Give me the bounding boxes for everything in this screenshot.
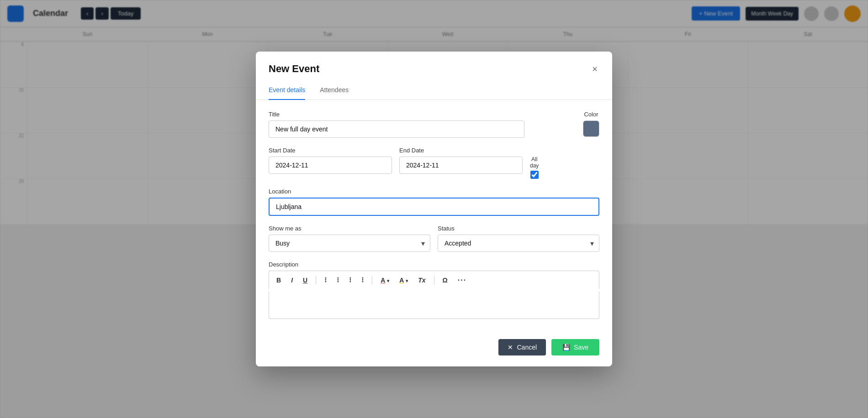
save-button[interactable]: 💾 Save bbox=[551, 339, 599, 355]
underline-button[interactable]: U bbox=[301, 276, 309, 285]
bold-button[interactable]: B bbox=[275, 276, 283, 285]
clear-format-button[interactable]: Tx bbox=[416, 276, 427, 285]
tab-event-details[interactable]: Event details bbox=[269, 81, 305, 100]
all-day-checkbox[interactable] bbox=[530, 171, 539, 179]
new-event-modal: New Event × Event details Attendees Titl… bbox=[256, 52, 612, 367]
toolbar-divider-1 bbox=[316, 276, 316, 284]
more-button[interactable]: ··· bbox=[456, 275, 468, 285]
show-me-as-select[interactable]: Busy Free Out of Office Working Elsewher… bbox=[269, 235, 430, 252]
end-date-label: End Date bbox=[399, 147, 523, 154]
all-day-label: Allday bbox=[530, 156, 539, 169]
title-input[interactable] bbox=[269, 120, 524, 138]
modal-overlay: New Event × Event details Attendees Titl… bbox=[0, 0, 868, 418]
show-me-as-label: Show me as bbox=[269, 225, 430, 232]
end-date-input[interactable] bbox=[399, 157, 523, 174]
close-button[interactable]: × bbox=[590, 63, 599, 75]
toolbar-divider-2 bbox=[372, 276, 372, 284]
save-icon: 💾 bbox=[562, 344, 570, 351]
title-label: Title bbox=[269, 111, 576, 118]
description-editor[interactable] bbox=[269, 292, 599, 319]
italic-button[interactable]: I bbox=[289, 276, 295, 285]
start-date-input[interactable] bbox=[269, 157, 392, 174]
modal-title: New Event bbox=[269, 63, 319, 75]
color-swatch[interactable] bbox=[583, 120, 599, 137]
modal-footer: ✕ Cancel 💾 Save bbox=[256, 332, 612, 366]
font-color-button[interactable]: A ▾ bbox=[379, 276, 391, 285]
status-select[interactable]: Accepted Tentative Declined bbox=[438, 235, 599, 252]
status-label: Status bbox=[438, 225, 599, 232]
modal-tabs: Event details Attendees bbox=[256, 81, 612, 100]
toolbar-divider-3 bbox=[434, 276, 434, 284]
align-left-button[interactable]: ⁝ bbox=[323, 275, 328, 285]
color-label: Color bbox=[584, 111, 598, 118]
location-label: Location bbox=[269, 188, 599, 195]
omega-button[interactable]: Ω bbox=[441, 276, 450, 285]
description-toolbar: B I U ⁝ ⁝ ⁝ ⁝ A ▾ A ▾ bbox=[269, 271, 599, 289]
cancel-icon: ✕ bbox=[508, 344, 513, 351]
description-label: Description bbox=[269, 261, 599, 268]
align-right-button[interactable]: ⁝ bbox=[347, 275, 353, 285]
start-date-label: Start Date bbox=[269, 147, 392, 154]
cancel-button[interactable]: ✕ Cancel bbox=[498, 339, 546, 355]
align-center-button[interactable]: ⁝ bbox=[335, 275, 341, 285]
tab-attendees[interactable]: Attendees bbox=[320, 81, 349, 100]
align-justify-button[interactable]: ⁝ bbox=[360, 275, 365, 285]
location-input[interactable] bbox=[269, 198, 599, 216]
modal-body: Title Color Start Date End Date bbox=[256, 100, 612, 332]
cancel-label: Cancel bbox=[517, 344, 537, 351]
highlight-button[interactable]: A ▾ bbox=[397, 276, 410, 285]
save-label: Save bbox=[574, 344, 588, 351]
